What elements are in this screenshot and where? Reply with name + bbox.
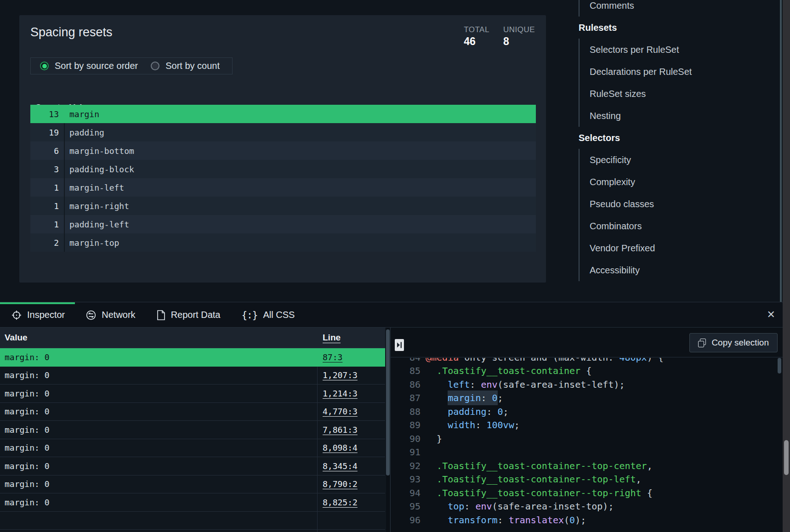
sort-by-count-radio[interactable]: Sort by count [151, 61, 220, 71]
stat-total: TOTAL 46 [464, 25, 489, 48]
sidebar-item-vendor-prefixed[interactable]: Vendor Prefixed [580, 237, 779, 259]
line-link[interactable]: 4,770:3 [323, 407, 358, 416]
table-row[interactable]: 1margin-left [30, 178, 536, 197]
code-token: .Toastify__toast-container--top-center [437, 460, 647, 471]
declarations-table: Value Line margin: 087:3margin: 01,207:3… [0, 328, 385, 532]
code-line: 85 .Toastify__toast-container { [391, 364, 783, 378]
line-content: transform: translatex(0); [426, 515, 586, 526]
line-link[interactable]: 8,790:2 [323, 479, 358, 489]
table-row[interactable]: 2margin-top [30, 233, 536, 252]
code-token: 100vw [486, 419, 514, 430]
line-content: @media only screen and (max-width: 480px… [426, 358, 664, 363]
sidebar-item-complexity[interactable]: Complexity [580, 171, 779, 193]
sort-by-source-order-radio[interactable]: Sort by source order [40, 61, 138, 71]
braces-icon: {:} [241, 310, 257, 321]
code-line: 91 [391, 446, 783, 459]
sidebar-group: Selectors per RuleSetDeclarations per Ru… [579, 39, 779, 127]
table-row[interactable]: 1padding-left [30, 215, 536, 233]
code-token: padding [448, 406, 486, 417]
sidebar-item-combinators[interactable]: Combinators [580, 215, 779, 237]
sidebar-item-declarations-per-ruleset[interactable]: Declarations per RuleSet [580, 61, 779, 83]
table-row[interactable]: 3padding-block [30, 160, 536, 178]
declaration-value: margin: 0 [5, 425, 50, 435]
line-number: 86 [391, 379, 421, 390]
table-row[interactable]: 19padding [30, 123, 536, 141]
code-token: @media [426, 358, 459, 363]
copy-selection-button[interactable]: Copy selection [689, 333, 778, 352]
code-line: 93 .Toastify__toast-container--top-left, [391, 473, 783, 487]
sidebar-item-specificity[interactable]: Specificity [580, 149, 779, 171]
tab-inspector[interactable]: Inspector [11, 310, 65, 320]
line-link[interactable]: 8,345:4 [323, 461, 358, 471]
table-row[interactable]: 13margin [30, 105, 536, 123]
declaration-row[interactable]: margin: 01,207:3 [0, 367, 385, 385]
code-token: ; [498, 392, 503, 403]
declaration-row[interactable]: margin: 08,098:4 [0, 439, 385, 458]
declarations-scrollbar-thumb[interactable] [386, 329, 390, 475]
code-token: (safe-area-inset-left); [498, 379, 625, 390]
table-row[interactable]: 6margin-bottom [30, 141, 536, 160]
tab-report-data[interactable]: Report Data [157, 310, 221, 320]
declaration-row[interactable]: margin: 07,861:3 [0, 421, 385, 439]
code-token: : [464, 501, 475, 512]
row-count: 3 [30, 160, 65, 178]
line-link[interactable]: 1,214:3 [323, 389, 358, 398]
browser-scrollbar-thumb[interactable] [784, 440, 789, 475]
line-number: 96 [391, 515, 421, 526]
declaration-row[interactable]: margin: 08,790:2 [0, 475, 385, 494]
declaration-row[interactable]: margin: 04,770:3 [0, 403, 385, 421]
row-count: 2 [30, 233, 65, 252]
sidebar-item-comments[interactable]: Comments [580, 0, 779, 17]
expand-panel-button[interactable] [395, 339, 404, 351]
code-line: 92 .Toastify__toast-container--top-cente… [391, 459, 783, 473]
declaration-row[interactable]: margin: 087:3 [0, 348, 385, 367]
code-area[interactable]: 84@media only screen and (max-width: 480… [391, 358, 783, 532]
sidebar-scrollbar[interactable] [780, 0, 782, 302]
declarations-scrollbar [386, 328, 390, 532]
code-token [426, 406, 448, 417]
sidebar-item-accessibility[interactable]: Accessibility [580, 259, 779, 281]
table-row[interactable]: 1margin-right [30, 197, 536, 215]
line-link[interactable]: 8,825:2 [323, 498, 358, 507]
code-line: 90 } [391, 432, 783, 446]
tab-label: Inspector [27, 310, 65, 320]
declaration-value: margin: 0 [5, 498, 50, 507]
code-token: .Toastify__toast-container--top-right [437, 487, 642, 498]
code-token: : [470, 379, 481, 390]
sidebar-item-pseudo-classes[interactable]: Pseudo classes [580, 193, 779, 215]
line-link[interactable]: 8,098:4 [323, 443, 358, 453]
line-header[interactable]: Line [323, 333, 341, 343]
declaration-row[interactable]: margin: 01,214:3 [0, 385, 385, 403]
line-number: 85 [391, 365, 421, 376]
code-token: ( [564, 515, 569, 526]
close-icon[interactable]: ✕ [767, 309, 775, 321]
tab-network[interactable]: Network [86, 310, 135, 320]
line-number: 84 [391, 358, 421, 363]
document-icon [157, 310, 165, 320]
line-link[interactable]: 1,207:3 [323, 370, 358, 380]
sidebar-item-selectors-per-ruleset[interactable]: Selectors per RuleSet [580, 39, 779, 61]
code-token: .Toastify__toast-container [437, 365, 580, 376]
crosshair-icon [11, 310, 22, 320]
declaration-row[interactable]: margin: 08,345:4 [0, 457, 385, 475]
line-link[interactable]: 87:3 [323, 352, 342, 362]
line-content: left: env(safe-area-inset-left); [426, 379, 625, 390]
row-value: margin-bottom [65, 146, 134, 156]
copy-icon [698, 339, 706, 347]
code-scrollbar-thumb[interactable] [778, 358, 781, 374]
tab-all-css[interactable]: {:}All CSS [241, 310, 295, 321]
sidebar-item-nesting[interactable]: Nesting [580, 105, 779, 127]
radio-unselected-icon [151, 62, 159, 70]
declaration-row[interactable]: margin: 08,825:2 [0, 493, 385, 512]
braces-glyph: {:} [241, 310, 257, 321]
line-number: 90 [391, 433, 421, 444]
code-token: 0 [498, 406, 503, 417]
sidebar-item-ruleset-sizes[interactable]: RuleSet sizes [580, 83, 779, 105]
row-value: padding-left [65, 220, 129, 229]
line-number: 87 [391, 392, 421, 403]
code-token: (safe-area-inset-top); [492, 501, 614, 512]
line-link[interactable]: 7,861:3 [323, 425, 358, 435]
line-content: margin: 0; [426, 392, 503, 403]
tab-label: All CSS [263, 310, 295, 320]
row-value: padding-block [65, 164, 134, 174]
